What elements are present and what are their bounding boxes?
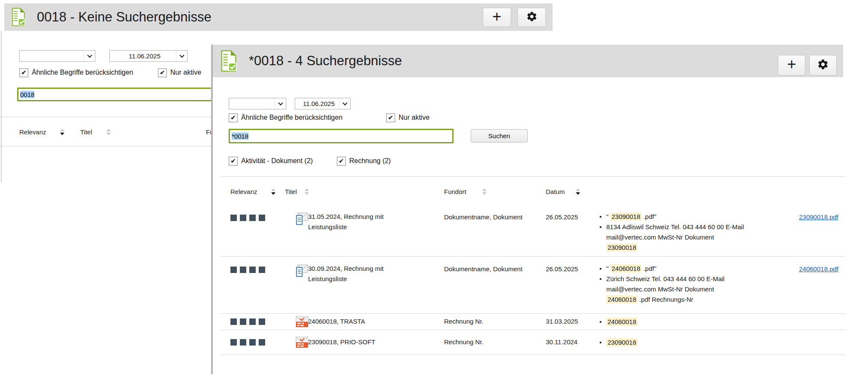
divider <box>0 117 211 117</box>
result-snippets: " 24060018 .pdf" Zürich Schweiz Tel. 043… <box>606 264 757 305</box>
filter-activity-document-checkbox[interactable]: ✔ <box>229 157 238 166</box>
date-dropdown[interactable]: 11.06.2025 <box>109 50 188 62</box>
highlighted-term: 24060018 <box>606 295 638 303</box>
highlighted-term: 23090018 <box>606 338 638 346</box>
date-dropdown-value: 11.06.2025 <box>114 51 175 61</box>
relevance-block <box>249 215 256 221</box>
result-snippets: 23090018 <box>606 337 757 348</box>
table-row[interactable]: 23090018, PRIO-SOFT Rechnung Nr. 30.11.2… <box>220 330 845 355</box>
checkmark-icon: ✔ <box>339 157 344 165</box>
sort-control-relevanz[interactable] <box>60 129 64 135</box>
result-title[interactable]: 24060018, TRASTA <box>308 318 365 325</box>
background-window-header: 0018 - Keine Suchergebnisse + <box>4 3 553 31</box>
result-snippets: 24060018 <box>606 317 757 327</box>
checkmark-icon: ✔ <box>230 114 236 121</box>
only-active-label: Nur aktive <box>399 114 429 121</box>
gear-icon <box>817 58 829 72</box>
checkmark-icon: ✔ <box>160 69 165 76</box>
vertec-search-screen: 0018 - Keine Suchergebnisse + 11.06.2025… <box>0 0 868 376</box>
relevance-block <box>249 318 256 325</box>
only-active-label: Nur aktive <box>170 69 201 76</box>
snippet-line: Zürich Schweiz Tel. 043 444 60 00 E-Mail… <box>606 274 757 305</box>
filter-activity-document-label: Aktivität - Dokument (2) <box>241 157 313 165</box>
search-input[interactable]: 0018 <box>17 88 213 101</box>
column-header-relevanz[interactable]: Relevanz <box>230 188 257 195</box>
invoice-icon <box>296 316 308 330</box>
column-header-titel[interactable]: Titel <box>80 128 92 136</box>
add-button[interactable]: + <box>778 55 805 76</box>
search-folder-document-icon <box>11 7 26 27</box>
only-active-checkbox[interactable]: ✔ <box>158 68 167 77</box>
filter-invoice-checkbox[interactable]: ✔ <box>337 157 346 166</box>
category-dropdown[interactable] <box>19 50 95 62</box>
snippet-line: " 23090018 .pdf" <box>606 212 757 222</box>
gear-icon <box>526 11 538 24</box>
highlighted-term: 23090018 <box>606 243 638 252</box>
pdf-link[interactable]: 24060018.pdf <box>799 265 838 273</box>
result-datum: 30.11.2024 <box>546 338 578 346</box>
similar-terms-checkbox[interactable]: ✔ <box>19 68 28 77</box>
relevance-block <box>259 339 265 346</box>
sort-control-titel[interactable] <box>106 129 111 135</box>
chevron-down-icon <box>179 53 184 58</box>
sort-control-datum[interactable] <box>576 188 580 195</box>
table-row[interactable]: 31.05.2024, Rechnung mit Leistungsliste … <box>220 205 845 257</box>
search-button[interactable]: Suchen <box>471 129 528 143</box>
category-dropdown-value <box>233 98 274 109</box>
plus-icon: + <box>492 9 501 24</box>
sort-control-fundort[interactable] <box>482 188 487 195</box>
column-header-titel[interactable]: Titel <box>285 188 297 195</box>
plus-icon: + <box>787 57 796 72</box>
column-header-fundort[interactable]: Fundort <box>444 188 466 195</box>
only-active-checkbox[interactable]: ✔ <box>386 113 395 122</box>
search-input[interactable]: *0018 <box>229 129 454 143</box>
column-header-datum[interactable]: Datum <box>546 188 565 195</box>
relevance-block <box>230 339 237 346</box>
settings-button[interactable] <box>809 55 837 76</box>
divider <box>220 176 845 177</box>
relevance-block <box>240 339 246 346</box>
relevance-block <box>240 267 246 273</box>
similar-terms-label: Ähnliche Begriffe berücksichtigen <box>241 114 342 121</box>
search-query-selected-text: 0018 <box>20 91 34 98</box>
relevance-block <box>240 318 246 325</box>
snippet-line: 8134 Adliswil Schweiz Tel. 043 444 60 00… <box>606 222 757 253</box>
divider <box>0 146 211 146</box>
highlighted-term: 24060018 <box>611 264 642 273</box>
snippet-line: 24060018 <box>606 317 757 327</box>
activity-document-icon <box>296 212 308 227</box>
result-datum: 26.05.2025 <box>546 213 578 221</box>
column-header-relevanz[interactable]: Relevanz <box>19 128 46 136</box>
category-dropdown[interactable] <box>229 98 286 109</box>
result-title[interactable]: 23090018, PRIO-SOFT <box>308 338 375 346</box>
settings-button[interactable] <box>517 8 546 27</box>
date-dropdown[interactable]: 11.06.2025 <box>295 98 351 109</box>
highlighted-term: 23090018 <box>611 212 642 221</box>
date-dropdown-value: 11.06.2025 <box>299 98 339 109</box>
table-row[interactable]: 30.09.2024, Rechnung mit Leistungsliste … <box>220 257 845 314</box>
result-datum: 26.05.2025 <box>546 265 578 273</box>
similar-terms-checkbox[interactable]: ✔ <box>229 113 238 122</box>
window-divider <box>211 45 213 374</box>
background-window-title: 0018 - Keine Suchergebnisse <box>37 9 212 25</box>
sort-control-relevanz[interactable] <box>271 188 275 195</box>
pdf-link[interactable]: 23090018.pdf <box>799 213 838 221</box>
result-title[interactable]: 30.09.2024, Rechnung mit Leistungsliste <box>308 264 396 284</box>
result-snippets: " 23090018 .pdf" 8134 Adliswil Schweiz T… <box>606 212 757 253</box>
chevron-down-icon <box>87 53 92 58</box>
similar-terms-label: Ähnliche Begriffe berücksichtigen <box>32 69 133 76</box>
add-button[interactable]: + <box>483 8 511 27</box>
chevron-down-icon <box>342 100 347 105</box>
snippet-line: 23090018 <box>606 337 757 348</box>
table-row[interactable]: 24060018, TRASTA Rechnung Nr. 31.03.2025… <box>220 314 845 330</box>
result-fundort: Rechnung Nr. <box>444 338 484 346</box>
relevance-block <box>230 318 237 325</box>
checkmark-icon: ✔ <box>230 157 236 165</box>
relevance-block <box>230 215 237 221</box>
window-left-edge <box>1 31 2 182</box>
search-query-selected-text: *0018 <box>232 133 248 140</box>
result-title[interactable]: 31.05.2024, Rechnung mit Leistungsliste <box>308 212 396 232</box>
foreground-window-header: *0018 - 4 Suchergebnisse + <box>213 45 843 77</box>
relevance-block <box>259 267 265 273</box>
sort-control-titel[interactable] <box>305 188 309 195</box>
